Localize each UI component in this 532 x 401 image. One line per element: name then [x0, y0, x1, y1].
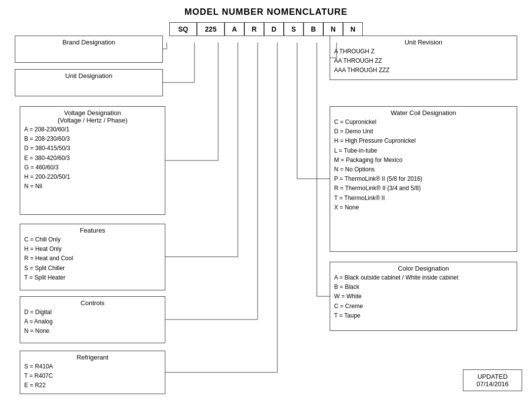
model-cell-n1: N: [323, 22, 343, 36]
refrigerant-title: Refrigerant: [24, 354, 161, 361]
voltage-designation-box: Voltage Designation(Voltage / Hertz / Ph…: [20, 106, 165, 215]
feature-line-5: T = Split Heater: [24, 273, 161, 282]
wc-line-1: C = Cupronickel: [334, 118, 513, 127]
refrigerant-line-1: S = R410A: [24, 362, 161, 371]
water-coil-title: Water Coil Designation: [334, 109, 513, 117]
revision-line-2: AA THROUGH ZZ: [334, 56, 513, 66]
voltage-line-2: B = 208-230/60/3: [24, 134, 161, 144]
controls-content: D = Digital A = Analog N = None: [24, 308, 161, 336]
revision-line-1: A THROUGH Z: [334, 47, 513, 56]
voltage-line-1: A = 208-230/60/1: [24, 125, 161, 134]
voltage-line-6: H = 200-220/50/1: [24, 172, 161, 182]
wc-line-2: D = Demo Unit: [334, 127, 513, 136]
model-cell-s: S: [284, 22, 304, 36]
refrigerant-line-3: E = R22: [24, 381, 161, 390]
refrigerant-content: S = R410A T = R407C E = R22: [24, 362, 161, 391]
voltage-line-3: D = 380-415/50/3: [24, 144, 161, 153]
model-cell-r: R: [244, 22, 264, 36]
refrigerant-box: Refrigerant S = R410A T = R407C E = R22: [20, 351, 165, 394]
water-coil-content: C = Cupronickel D = Demo Unit H = High P…: [334, 118, 513, 212]
model-cell-a: A: [225, 22, 244, 36]
page-title: MODEL NUMBER NOMENCLATURE: [0, 0, 532, 17]
feature-line-1: C = Chill Only: [24, 235, 161, 244]
voltage-line-7: N = Nil: [24, 182, 161, 191]
updated-date: 07/14/2016: [469, 380, 516, 388]
color-content: A = Black outside cabinet / White inside…: [334, 273, 513, 321]
controls-line-2: A = Analog: [24, 317, 161, 326]
wc-line-5: M = Packaging for Mexico: [334, 156, 513, 165]
model-number-row: SQ 225 A R D S B N N: [0, 22, 532, 36]
model-cell-n2: N: [343, 22, 363, 36]
model-cell-d: D: [264, 22, 284, 36]
refrigerant-line-2: T = R407C: [24, 371, 161, 381]
controls-title: Controls: [24, 299, 161, 307]
model-cell-b: B: [304, 22, 323, 36]
controls-box: Controls D = Digital A = Analog N = None: [20, 296, 165, 343]
wc-line-3: H = High Pressure Cupronickel: [334, 136, 513, 146]
controls-line-3: N = None: [24, 326, 161, 336]
wc-line-4: L = Tube-in-tube: [334, 146, 513, 156]
unit-revision-content: A THROUGH Z AA THROUGH ZZ AAA THROUGH ZZ…: [334, 47, 513, 76]
wc-line-8: R = ThermoLink® II (3/4 and 5/8): [334, 184, 513, 193]
unit-designation-box: Unit Designation: [15, 69, 163, 96]
wc-line-10: X = None: [334, 203, 513, 212]
feature-line-3: R = Heat and Cool: [24, 254, 161, 263]
voltage-line-5: G = 460/60/3: [24, 163, 161, 172]
model-cell-225: 225: [197, 22, 225, 36]
color-line-1: A = Black outside cabinet / White inside…: [334, 273, 513, 282]
color-line-2: B = Black: [334, 282, 513, 292]
revision-line-3: AAA THROUGH ZZZ: [334, 66, 513, 75]
updated-box: UPDATED 07/14/2016: [463, 369, 522, 391]
updated-label: UPDATED: [469, 373, 516, 380]
model-cell-sq: SQ: [169, 22, 197, 36]
unit-revision-title: Unit Revision: [334, 39, 513, 46]
unit-revision-box: Unit Revision A THROUGH Z AA THROUGH ZZ …: [330, 36, 517, 80]
color-designation-box: Color Designation A = Black outside cabi…: [330, 262, 517, 331]
features-box: Features C = Chill Only H = Heat Only R …: [20, 224, 165, 290]
feature-line-2: H = Heat Only: [24, 244, 161, 254]
controls-line-1: D = Digital: [24, 308, 161, 317]
voltage-line-4: E = 380-420/60/3: [24, 154, 161, 163]
wc-line-7: P = ThermoLink® II (5/8 for 2016): [334, 174, 513, 184]
water-coil-box: Water Coil Designation C = Cupronickel D…: [330, 106, 517, 252]
color-line-3: W = White: [334, 292, 513, 301]
voltage-content: A = 208-230/60/1 B = 208-230/60/3 D = 38…: [24, 125, 161, 191]
brand-title: Brand Designation: [19, 39, 158, 46]
color-line-4: C = Creme: [334, 302, 513, 311]
color-title: Color Designation: [334, 265, 513, 272]
unit-title: Unit Designation: [19, 72, 158, 80]
feature-line-4: S = Split Chiller: [24, 264, 161, 273]
voltage-title: Voltage Designation(Voltage / Hertz / Ph…: [24, 109, 161, 124]
color-line-5: T = Taupe: [334, 311, 513, 321]
features-title: Features: [24, 227, 161, 234]
wc-line-6: N = No Options: [334, 165, 513, 174]
wc-line-9: T = ThermoLink® II: [334, 194, 513, 203]
brand-designation-box: Brand Designation: [15, 36, 163, 63]
features-content: C = Chill Only H = Heat Only R = Heat an…: [24, 235, 161, 282]
